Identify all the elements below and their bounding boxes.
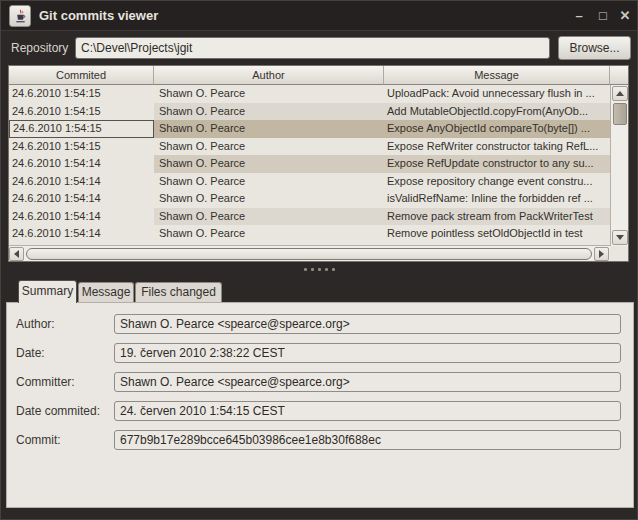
column-header-author[interactable]: Author [154,66,384,85]
repository-label: Repository [11,37,68,59]
close-button[interactable]: ✕ [613,1,637,31]
app-window: Git commits viewer – □ ✕ Repository Brow… [0,0,638,520]
browse-button[interactable]: Browse... [558,36,631,60]
cell-author[interactable]: Shawn O. Pearce [154,190,384,208]
cell-author[interactable]: Shawn O. Pearce [154,120,384,138]
cell-committed[interactable]: 24.6.2010 1:54:14 [9,155,154,173]
table-row[interactable]: 24.6.2010 1:54:15 Shawn O. Pearce Add Mu… [9,103,610,121]
vertical-scrollbar[interactable] [610,85,628,246]
date-label: Date: [16,343,45,363]
cell-message[interactable]: Expose RefUpdate constructor to any su..… [384,155,610,173]
date-commited-field[interactable]: 24. červen 2010 1:54:15 CEST [114,401,621,421]
horizontal-scrollbar[interactable] [9,245,610,261]
date-field[interactable]: 19. červen 2010 2:38:22 CEST [114,343,621,363]
cell-author[interactable]: Shawn O. Pearce [154,103,384,121]
split-pane-divider[interactable] [1,263,638,275]
horizontal-scrollbar-thumb[interactable] [26,248,592,260]
commits-table: Commited Author Message 24.6.2010 1:54:1… [8,65,629,262]
commit-hash-field[interactable]: 677b9b17e289bcce645b03986cee1e8b30f688ec [114,430,621,450]
cell-author[interactable]: Shawn O. Pearce [154,155,384,173]
table-body: 24.6.2010 1:54:15 Shawn O. Pearce Upload… [9,85,610,246]
table-header: Commited Author Message [9,66,628,85]
table-row-selected[interactable]: 24.6.2010 1:54:15 Shawn O. Pearce Expose… [9,120,610,138]
tab-summary[interactable]: Summary [18,280,77,303]
window-title: Git commits viewer [39,1,158,31]
maximize-button[interactable]: □ [591,1,615,31]
cell-committed[interactable]: 24.6.2010 1:54:14 [9,173,154,191]
cell-committed[interactable]: 24.6.2010 1:54:14 [9,208,154,226]
down-chevron-icon [616,235,624,240]
scroll-up-button[interactable] [612,86,628,101]
table-row[interactable]: 24.6.2010 1:54:14 Shawn O. Pearce Remove… [9,208,610,226]
cell-message[interactable]: Remove pack stream from PackWriterTest [384,208,610,226]
minimize-button[interactable]: – [567,1,591,31]
author-field[interactable]: Shawn O. Pearce <spearce@spearce.org> [114,314,621,334]
table-row[interactable]: 24.6.2010 1:54:15 Shawn O. Pearce Upload… [9,85,610,103]
commit-label: Commit: [16,430,61,450]
header-corner [610,66,628,85]
table-row[interactable]: 24.6.2010 1:54:14 Shawn O. Pearce isVali… [9,190,610,208]
cell-committed[interactable]: 24.6.2010 1:54:15 [9,85,154,103]
java-coffee-cup-icon [13,9,28,24]
up-chevron-icon [616,91,624,96]
table-row[interactable]: 24.6.2010 1:54:14 Shawn O. Pearce Expose… [9,155,610,173]
cell-message[interactable]: Expose RefWriter constructor taking RefL… [384,138,610,156]
table-row[interactable]: 24.6.2010 1:54:15 Shawn O. Pearce Expose… [9,138,610,156]
cell-author[interactable]: Shawn O. Pearce [154,138,384,156]
date-commited-label: Date commited: [16,401,100,421]
cell-author[interactable]: Shawn O. Pearce [154,225,384,243]
committer-label: Committer: [16,372,75,392]
cell-committed[interactable]: 24.6.2010 1:54:15 [9,138,154,156]
cell-message[interactable]: isValidRefName: Inline the forbidden ref… [384,190,610,208]
scroll-right-button[interactable] [594,247,609,261]
summary-panel: Author: Shawn O. Pearce <spearce@spearce… [6,302,634,508]
cell-author[interactable]: Shawn O. Pearce [154,85,384,103]
column-header-commited[interactable]: Commited [9,66,154,85]
scroll-down-button[interactable] [612,230,628,245]
cell-message[interactable]: UploadPack: Avoid unnecessary flush in .… [384,85,610,103]
repository-path-input[interactable] [75,37,550,59]
cell-committed[interactable]: 24.6.2010 1:54:15 [9,103,154,121]
tab-files-changed[interactable]: Files changed [135,282,222,302]
table-row[interactable]: 24.6.2010 1:54:14 Shawn O. Pearce Remove… [9,225,610,243]
cell-message[interactable]: Expose AnyObjectId compareTo(byte[]) ... [384,120,610,138]
cell-author[interactable]: Shawn O. Pearce [154,173,384,191]
author-label: Author: [16,314,55,334]
title-bar[interactable]: Git commits viewer – □ ✕ [1,1,638,31]
table-row[interactable]: 24.6.2010 1:54:14 Shawn O. Pearce Expose… [9,173,610,191]
splitter-grip-dots-icon [304,268,307,271]
cell-committed[interactable]: 24.6.2010 1:54:14 [9,190,154,208]
cell-message[interactable]: Expose repository change event constru..… [384,173,610,191]
cell-author[interactable]: Shawn O. Pearce [154,208,384,226]
committer-field[interactable]: Shawn O. Pearce <spearce@spearce.org> [114,372,621,392]
java-app-icon [9,5,31,27]
cell-message[interactable]: Remove pointless setOldObjectId in test [384,225,610,243]
cell-message[interactable]: Add MutableObjectId.copyFrom(AnyOb... [384,103,610,121]
scroll-left-button[interactable] [9,247,24,261]
tab-message[interactable]: Message [78,282,134,302]
left-chevron-icon [14,250,19,258]
vertical-scrollbar-thumb[interactable] [613,103,627,125]
cell-committed[interactable]: 24.6.2010 1:54:14 [9,225,154,243]
column-header-message[interactable]: Message [384,66,610,85]
right-chevron-icon [599,250,604,258]
cell-committed-focused[interactable]: 24.6.2010 1:54:15 [9,120,154,138]
